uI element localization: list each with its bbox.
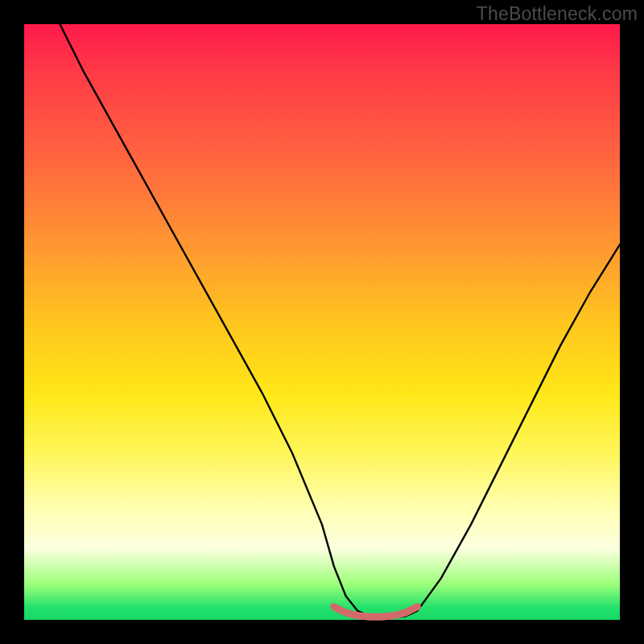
bottom-marker: [334, 607, 418, 617]
watermark-label: TheBottleneck.com: [477, 3, 638, 25]
chart-frame: TheBottleneck.com: [0, 0, 644, 644]
bottleneck-curve: [60, 24, 620, 617]
chart-plot-area: [24, 24, 620, 620]
chart-svg: [24, 24, 620, 620]
